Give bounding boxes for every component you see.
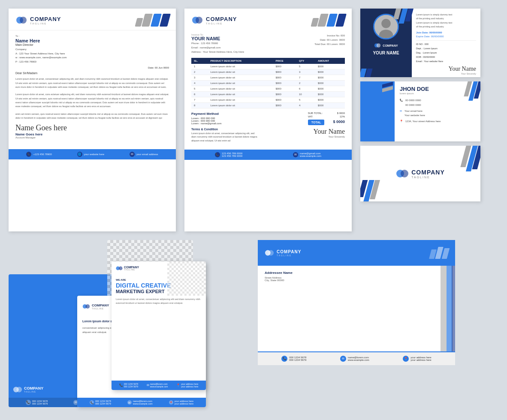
invoice-cell: 6 [191,91,208,97]
invoice-cell: Lorem ipsum dolor sit [208,102,273,108]
env-tagline: TAGLINE [277,254,301,257]
invoice-cell: $000 [315,80,345,86]
company-line: Company [15,48,169,52]
letterhead-logo: COMPANY TAGLINE [15,14,61,26]
folder-section: 📞 000 1234 5678 000 1234 5679 ✉ name@lor… [9,240,206,411]
invoice-cell: $000 [273,75,296,80]
business-cards-column: COMPANY YOUR NAME Lorem ipsum is simply … [360,9,480,231]
inv-total-due: Total Due: 00 Lorem: 0000 [314,42,345,46]
env-phone: 📞 000 1234 5678 000 1234 5679 [281,356,306,362]
svg-point-12 [16,387,22,393]
envelope-header: COMPANY TAGLINE [258,240,455,266]
col-qty: QTY [296,58,315,64]
invoice-logo-icon [191,14,203,26]
phone-line: P : 123 456 78900 [15,60,169,64]
para-3: enim ad minim veniam, quis nostrud exerc… [15,112,169,120]
invoice-cell: 5 [296,97,315,102]
bc-person-name: JHON DOE [400,86,475,92]
letterhead: COMPANY TAGLINE To : Name Here Main Dire… [9,9,176,231]
invoice-cell: $000 [315,102,345,108]
invoice-row: 1Lorem ipsum dolor sit$0005$000 [191,64,345,69]
invoice-cell: 7 [191,97,208,102]
invoice: COMPANY TAGLINE Invoice To: YOUR NAME Ph… [184,9,352,231]
col-price: PRICE [273,58,296,64]
invoice-cell: Lorem ipsum dolor sit [208,97,273,102]
bc3-tagline: TAGLINE [411,176,445,179]
invoice-row: 3Lorem ipsum dolor sit$0007$000 [191,75,345,80]
invoice-table: SL. PRODUCT DESCRIPTION PRICE QTY AMOUNT… [191,58,345,108]
invoice-cell: 2 [296,80,315,86]
inv-phone-icon: 📞 [215,152,220,157]
invoice-row: 5Lorem ipsum dolor sit$0006$000 [191,86,345,91]
id-card-left: COMPANY YOUR NAME [360,9,412,77]
env-phone-icon: 📞 [281,356,287,362]
invoice-cell: 2 [191,69,208,75]
id-logo-icon [374,42,381,49]
invoice-cell: Lorem ipsum dolor sit [208,69,273,75]
client-email: Email : name@gmail.com [191,45,244,50]
invoice-cell: Lorem ipsum dolor sit [208,64,273,69]
subtotal-label: SUB TOTAL: [308,112,323,114]
invoice-cell: 3 [296,69,315,75]
para-1: Lorem ipsum dolor sit amet, consectetuer… [15,77,169,89]
invoice-cell: $000 [315,69,345,75]
svg-point-8 [377,43,381,48]
svg-point-1 [20,17,27,24]
invoice-cell: $000 [273,64,296,69]
terms-text: Lorem ipsum dolor sit amet, consectetuer… [191,132,260,143]
envelope: COMPANY TAGLINE Addressee Name Street Ad… [258,240,455,377]
flyer-card: COMPANY TAGLINE WE ARE DIGITAL CREATIVE … [112,261,206,390]
invoice-cell: 10 [296,91,315,97]
vat-label: VAT: [308,115,313,118]
business-card-horizontal: JHON DOE lorem ipsum 📞 00 0000 0000 00 0… [360,81,480,141]
client-address: Address : Your Street Address Here, City… [191,50,244,54]
svg-point-18 [268,250,274,256]
invoice-cell: 3 [191,75,208,80]
invoice-cell: $000 [273,80,296,86]
inv-number: Invoice No: 000 [314,33,345,38]
bc3-logo-icon [396,167,409,180]
svg-point-3 [196,17,202,24]
invoice-cell: $000 [273,86,296,91]
invoice-cell: $000 [315,64,345,69]
letter-date: Date: 00 Jun 0000 [15,66,169,69]
phone-icon: 📞 [26,152,31,157]
invoice-cell: $000 [315,75,345,80]
web-icon: 🌐 [77,152,82,157]
invoice-cell: 4 [296,102,315,108]
env-email-icon: ✉ [340,356,346,362]
footer-phone: 📞 +123 456 78900 [26,152,52,157]
invoice-cell: 8 [191,102,208,108]
client-name: YOUR NAME [191,36,244,41]
bc-blue-left [360,81,395,141]
invoice-cell: 7 [296,75,315,80]
recipient-title: Main Director [15,43,169,46]
signer-name: Name Goes here [15,132,169,136]
signer-role: Account Manager [15,136,169,139]
payment-email: Lorem : name@gmail.com [191,122,221,125]
id-company: COMPANY [383,44,398,47]
invoice-tagline: TAGLINE [206,22,237,25]
invoice-cell: 4 [191,80,208,86]
invoice-cell: Lorem ipsum dolor sit [208,75,273,80]
env-address: 📍 your address here your address here [403,356,431,362]
envelope-footer: 📞 000 1234 5678 000 1234 5679 ✉ name@lor… [258,351,455,365]
logo-card: COMPANY TAGLINE [360,146,480,201]
footer-email: ✉ your email address [130,152,158,157]
to-label: To : [15,35,169,37]
invoice-cell: $000 [315,86,345,91]
invoice-cell: Lorem ipsum dolor sit [208,91,273,97]
web-line: w : www.example.com, name@example.com [15,56,169,60]
invoice-cell: 1 [191,64,208,69]
invoice-cell: $000 [315,97,345,102]
bc-email-icon: ✉ [400,109,402,118]
svg-point-16 [119,267,123,270]
id-card-right: Lorem ipsum is simply dummy text of the … [412,9,480,77]
bc-contact-info: 📞 00 0000 0000 00 0000 0000 ✉ Your email… [400,98,475,124]
inv-footer-email: ✉ name@gmail.com www.example.com [293,152,321,157]
envelope-section: COMPANY TAGLINE Addressee Name Street Ad… [258,240,464,403]
company-name: COMPANY [30,16,61,22]
invoice-cell: 5 [296,64,315,69]
company-tagline: TAGLINE [30,22,61,25]
invoice-cell: Lorem ipsum dolor sit [208,80,273,86]
